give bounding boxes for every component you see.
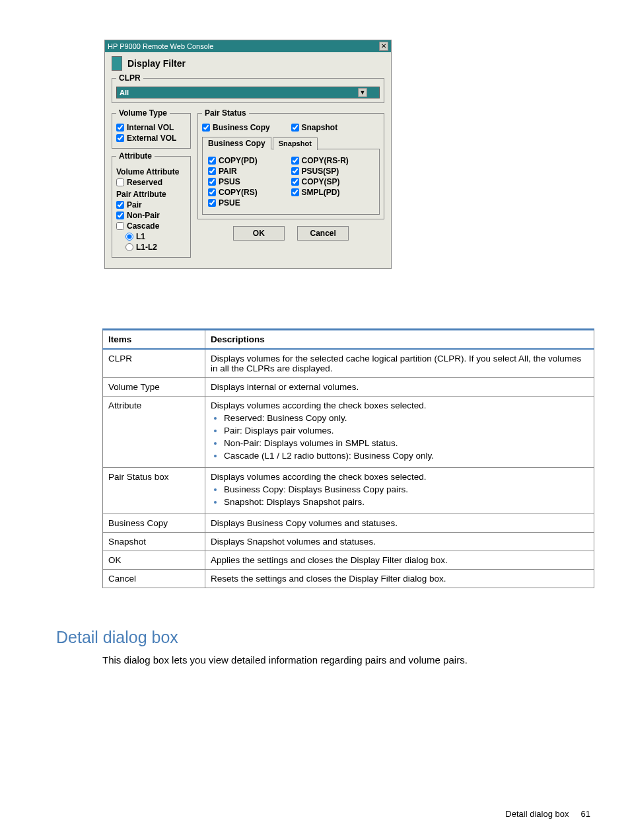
volume-type-fieldset: Volume Type Internal VOL External VOL: [112, 108, 191, 149]
l1l2-radio[interactable]: L1-L2: [125, 243, 186, 252]
nonpair-checkbox[interactable]: Non-Pair: [116, 211, 186, 220]
status-psussp-checkbox[interactable]: PSUS(SP): [291, 167, 374, 176]
table-row: Pair Status boxDisplays volumes accordin…: [103, 468, 594, 514]
pair-attribute-label: Pair Attribute: [116, 190, 186, 199]
status-copypd-checkbox[interactable]: COPY(PD): [208, 156, 291, 165]
ok-button[interactable]: OK: [233, 226, 285, 241]
pair-status-fieldset: Pair Status Business Copy Snapshot Busin…: [197, 108, 384, 219]
status-psus-checkbox[interactable]: PSUS: [208, 177, 291, 186]
pair-status-legend: Pair Status: [202, 108, 249, 118]
close-icon[interactable]: ✕: [379, 42, 388, 51]
table-row: CLPRDisplays volumes for the selected ca…: [103, 349, 594, 378]
pair-status-tab-body: COPY(PD) PAIR PSUS COPY(RS) PSUE COPY(RS…: [202, 149, 380, 215]
clpr-legend: CLPR: [116, 73, 143, 83]
status-smplpd-checkbox[interactable]: SMPL(PD): [291, 188, 374, 197]
table-cell-item: Cancel: [103, 570, 205, 588]
table-cell-item: Attribute: [103, 397, 205, 468]
table-cell-item: Business Copy: [103, 514, 205, 533]
table-cell-item: OK: [103, 551, 205, 570]
clpr-fieldset: CLPR All ▼: [112, 73, 384, 103]
attribute-fieldset: Attribute Volume Attribute Reserved Pair…: [112, 151, 191, 258]
dialog-title: HP P9000 Remote Web Console: [108, 42, 213, 50]
table-cell-item: Pair Status box: [103, 468, 205, 514]
chevron-down-icon[interactable]: ▼: [358, 88, 367, 97]
table-cell-desc: Applies the settings and closes the Disp…: [205, 551, 594, 570]
tab-snapshot[interactable]: Snapshot: [273, 137, 318, 150]
table-row: SnapshotDisplays Snapshot volumes and st…: [103, 533, 594, 551]
info-table: Items Descriptions CLPRDisplays volumes …: [102, 328, 594, 588]
pair-checkbox[interactable]: Pair: [116, 200, 186, 210]
table-header-row: Items Descriptions: [103, 330, 594, 350]
header-items: Items: [103, 330, 205, 350]
page-number: 61: [581, 809, 590, 819]
table-row: OKApplies the settings and closes the Di…: [103, 551, 594, 570]
table-row: Volume TypeDisplays internal or external…: [103, 378, 594, 397]
heading-icon: [112, 56, 122, 71]
clpr-value: All: [120, 89, 129, 96]
internal-vol-checkbox[interactable]: Internal VOL: [116, 123, 186, 132]
table-cell-desc: Displays Business Copy volumes and statu…: [205, 514, 594, 533]
table-cell-desc: Displays Snapshot volumes and statuses.: [205, 533, 594, 551]
l1-radio[interactable]: L1: [125, 232, 186, 241]
status-copyrs-checkbox[interactable]: COPY(RS): [208, 188, 291, 197]
status-psue-checkbox[interactable]: PSUE: [208, 198, 291, 208]
list-item: Pair: Displays pair volumes.: [224, 426, 588, 436]
attribute-legend: Attribute: [116, 151, 155, 161]
info-table-wrapper: Items Descriptions CLPRDisplays volumes …: [102, 328, 594, 588]
table-cell-item: Snapshot: [103, 533, 205, 551]
status-pair-checkbox[interactable]: PAIR: [208, 167, 291, 176]
footer-text: Detail dialog box: [505, 809, 569, 819]
header-desc: Descriptions: [205, 330, 594, 350]
table-cell-item: Volume Type: [103, 378, 205, 397]
display-filter-dialog: HP P9000 Remote Web Console ✕ Display Fi…: [104, 40, 392, 269]
external-vol-checkbox[interactable]: External VOL: [116, 134, 186, 143]
list-item: Business Copy: Displays Business Copy pa…: [224, 484, 588, 494]
volume-attribute-label: Volume Attribute: [116, 167, 186, 176]
dialog-titlebar: HP P9000 Remote Web Console ✕: [105, 40, 391, 52]
table-cell-desc: Displays volumes according the check box…: [205, 397, 594, 468]
table-cell-desc: Resets the settings and closes the Displ…: [205, 570, 594, 588]
cascade-checkbox[interactable]: Cascade: [116, 221, 186, 231]
list-item: Non-Pair: Displays volumes in SMPL statu…: [224, 438, 588, 448]
business-copy-checkbox[interactable]: Business Copy: [202, 123, 291, 132]
list-item: Cascade (L1 / L2 radio buttons): Busines…: [224, 451, 588, 461]
tab-business-copy[interactable]: Business Copy: [202, 137, 271, 149]
status-copyrsr-checkbox[interactable]: COPY(RS-R): [291, 156, 374, 165]
section-heading: Detail dialog box: [56, 628, 178, 647]
reserved-checkbox[interactable]: Reserved: [116, 178, 186, 187]
table-row: CancelResets the settings and closes the…: [103, 570, 594, 588]
table-cell-desc: Displays internal or external volumes.: [205, 378, 594, 397]
clpr-select[interactable]: All ▼: [116, 87, 380, 98]
section-text: This dialog box lets you view detailed i…: [102, 654, 565, 666]
dialog-heading: Display Filter: [127, 58, 186, 69]
snapshot-checkbox[interactable]: Snapshot: [291, 123, 380, 132]
table-cell-item: CLPR: [103, 349, 205, 378]
table-row: AttributeDisplays volumes according the …: [103, 397, 594, 468]
cancel-button[interactable]: Cancel: [297, 226, 349, 241]
list-item: Snapshot: Displays Snapshot pairs.: [224, 497, 588, 507]
page-footer: Detail dialog box 61: [505, 809, 590, 819]
table-row: Business CopyDisplays Business Copy volu…: [103, 514, 594, 533]
table-cell-desc: Displays volumes according the check box…: [205, 468, 594, 514]
table-cell-desc: Displays volumes for the selected cache …: [205, 349, 594, 378]
list-item: Reserved: Business Copy only.: [224, 413, 588, 423]
status-copysp-checkbox[interactable]: COPY(SP): [291, 177, 374, 186]
volume-type-legend: Volume Type: [116, 108, 170, 118]
